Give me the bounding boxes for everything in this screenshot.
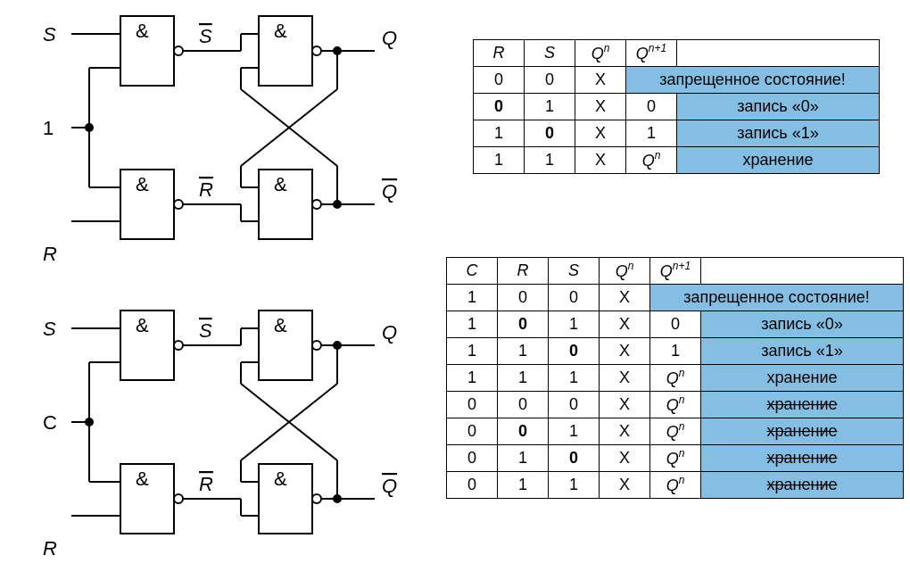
- table-row: 110X1запись «1»: [447, 338, 904, 365]
- truth-table-2: CRSQnQn+1100Xзапрещенное состояние!101X0…: [446, 257, 904, 499]
- input-s-label: S: [43, 23, 56, 46]
- table-row: 11XQnхранение: [474, 147, 880, 174]
- svg-point-2: [174, 46, 183, 55]
- output-qbar-label: Q: [382, 475, 397, 497]
- and-symbol: &: [274, 314, 287, 336]
- and-symbol: &: [274, 173, 287, 195]
- input-r-label: R: [43, 537, 57, 559]
- svg-point-40: [312, 494, 321, 503]
- sbar-label: S: [199, 319, 212, 342]
- svg-point-32: [86, 124, 93, 131]
- svg-point-31: [334, 201, 341, 208]
- input-c-label: C: [43, 411, 57, 434]
- table-row: 011XQnхранение: [447, 472, 904, 499]
- table-row: 101X0запись «0»: [447, 311, 904, 338]
- svg-point-35: [174, 341, 183, 350]
- and-symbol: &: [136, 314, 149, 336]
- input-r-label: R: [43, 243, 57, 265]
- table-row: 100Xзапрещенное состояние!: [447, 285, 904, 311]
- svg-point-39: [312, 341, 321, 350]
- sbar-label: S: [199, 25, 212, 47]
- svg-point-7: [312, 200, 321, 209]
- and-symbol: &: [136, 173, 149, 195]
- truth-table-1: RSQnQn+100Xзапрещенное состояние!01X0зап…: [473, 39, 880, 174]
- table-row: 001XQnхранение: [447, 418, 904, 445]
- table-row: 10X1запись «1»: [474, 120, 880, 147]
- and-symbol: &: [136, 468, 149, 490]
- svg-point-6: [312, 46, 321, 55]
- output-qbar-label: Q: [382, 180, 397, 203]
- table-row: 111XQnхранение: [447, 365, 904, 392]
- svg-point-3: [174, 200, 183, 209]
- table-row: 00Xзапрещенное состояние!: [474, 67, 880, 94]
- output-q-label: Q: [382, 321, 397, 344]
- svg-point-30: [334, 47, 341, 54]
- rs-latch-circuit-top: & & & & S 1 R S R Q Q: [0, 0, 419, 268]
- and-symbol: &: [274, 468, 287, 490]
- input-s-label: S: [43, 318, 56, 340]
- svg-point-64: [334, 495, 341, 502]
- rbar-label: R: [199, 473, 213, 495]
- table-row: 000XQnхранение: [447, 392, 904, 418]
- rbar-label: R: [199, 178, 213, 201]
- and-symbol: &: [136, 20, 149, 42]
- rs-latch-circuit-bottom: & & & & S C R S R Q Q: [0, 294, 419, 580]
- output-q-label: Q: [382, 27, 397, 49]
- input-1-label: 1: [43, 117, 54, 139]
- and-symbol: &: [274, 20, 287, 42]
- svg-point-63: [334, 342, 341, 349]
- svg-point-65: [86, 418, 93, 426]
- table-row: 01X0запись «0»: [474, 94, 880, 120]
- table-row: 010XQnхранение: [447, 445, 904, 472]
- svg-point-36: [174, 494, 183, 503]
